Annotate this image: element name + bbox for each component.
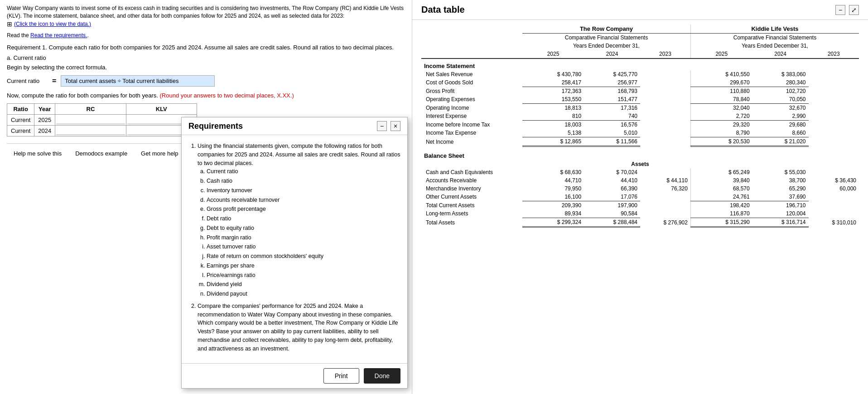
formula-equals: = [52,77,56,85]
instruction-text: Begin by selecting the correct formula. [7,64,405,71]
requirements-link[interactable]: Read the requirements. [30,32,87,39]
minimize-button[interactable]: − [835,5,845,15]
help-solve-button[interactable]: Help me solve this [14,148,62,159]
ratio-year: 2025 [34,115,55,126]
total-current-label: Total Current Assets [421,201,522,210]
data-table-title: Data table [421,5,465,15]
rc-cogs-2025: 258,417 [522,78,584,87]
klv-inv-2024: 65,290 [752,185,809,193]
modal-title: Requirements [188,122,243,131]
other-current-row: Other Current Assets 16,100 17,076 24,76… [421,193,859,201]
demodocs-button[interactable]: Demodocs example [75,148,127,159]
expand-button[interactable]: ⤢ [849,5,859,15]
rc-2024-input[interactable] [56,126,125,135]
modal-close-button[interactable]: × [391,121,400,131]
ratio-name: Current [7,126,34,136]
other-current-label: Other Current Assets [421,193,522,201]
list-item: Inventory turnover [207,186,400,195]
klv-net-sales-2024: $ 383,060 [752,70,809,78]
klv-net-sales-2023 [809,70,859,78]
klv-netinc-2023 [809,137,859,146]
klv-oca-2023 [809,193,859,201]
col-klv: KLV [126,104,197,115]
table-container: The Row Company Kiddie Life Vests Compar… [412,20,868,394]
rc-inv-2024: 66,390 [584,185,640,193]
rc-tca-2025: 209,390 [522,201,584,210]
read-requirements: Read the Read the requirements.. [7,32,405,39]
operating-income-label: Operating Income [421,104,522,112]
modal-header: Requirements − × [182,117,407,135]
rc-company-header: The Row Company [522,24,691,34]
net-income-row: Net Income $ 12,865 $ 11,566 $ 20,530 $ … [421,137,859,146]
rc-years-label: Years Ended December 31, [522,42,691,50]
list-item: Price/earnings ratio [207,271,400,280]
rc-lta-2024: 90,584 [584,209,640,218]
rc-cogs-2024: 256,977 [584,78,640,87]
klv-itax-2025: 8,790 [690,129,752,137]
income-tax-label: Income Tax Expense [421,129,522,137]
rc-year-2023: 2023 [640,50,690,58]
modal-minimize-button[interactable]: − [377,121,387,131]
klv-net-sales-2025: $ 410,550 [690,70,752,78]
klv-year-2025: 2025 [690,50,752,58]
net-income-label: Net Income [421,137,522,146]
klv-ar-2023: $ 36,430 [809,176,859,185]
klv-intexp-2025: 2,720 [690,112,752,121]
total-assets-row: Total Assets $ 299,324 $ 288,484 $ 276,9… [421,218,859,227]
rc-itax-2023 [640,129,690,137]
click-icon-link[interactable]: (Click the icon to view the data.) [14,20,91,28]
rc-2025-input[interactable] [56,116,125,124]
print-button[interactable]: Print [323,368,359,384]
rc-intexp-2024: 740 [584,112,640,121]
klv-tca-2024: 196,710 [752,201,809,210]
klv-year-2023: 2023 [809,50,859,58]
klv-ibt-2024: 29,680 [752,121,809,129]
intro-text: Water Way Company wants to invest some o… [7,5,405,29]
operating-income-row: Operating Income 18,813 17,316 32,040 32… [421,104,859,112]
done-button[interactable]: Done [364,368,400,384]
rc-ar-2023: $ 44,110 [640,176,690,185]
balance-sheet-header: Balance Sheet [421,149,859,160]
op-expenses-label: Operating Expenses [421,95,522,104]
requirement-1: Using the financial statements given, co… [198,142,400,298]
modal-footer: Print Done [182,363,407,388]
list-item: Cash ratio [207,177,400,185]
net-sales-label: Net Sales Revenue [421,70,522,78]
klv-opex-2025: 78,840 [690,95,752,104]
klv-cash-2023 [809,168,859,176]
rc-netinc-2024: $ 11,566 [584,137,640,146]
klv-ta-2024: $ 316,714 [752,218,809,227]
rc-ar-2025: 44,710 [522,176,584,185]
klv-ar-2025: 39,840 [690,176,752,185]
list-item: Debt ratio [207,214,400,223]
total-current-row: Total Current Assets 209,390 197,900 198… [421,201,859,210]
klv-inv-2023: 60,000 [809,185,859,193]
klv-opex-2023 [809,95,859,104]
rc-inv-2023: 76,320 [640,185,690,193]
list-item: Asset turnover ratio [207,243,400,251]
klv-netinc-2025: $ 20,530 [690,137,752,146]
rc-2025-input-cell [55,115,126,126]
rc-cash-2023 [640,168,690,176]
klv-opex-2024: 70,050 [752,95,809,104]
ratio-name: Current [7,115,34,126]
ratio-year: 2024 [34,126,55,136]
gross-profit-label: Gross Profit [421,87,522,96]
rc-lta-2023 [640,209,690,218]
rc-sub-header: Comparative Financial Statements [522,34,691,42]
more-help-button[interactable]: Get more help [141,148,178,159]
longterm-assets-label: Long-term Assets [421,209,522,218]
total-assets-label: Total Assets [421,218,522,227]
klv-netinc-2024: $ 21,020 [752,137,809,146]
klv-ta-2023: $ 310,010 [809,218,859,227]
rc-lta-2025: 89,934 [522,209,584,218]
col-ratio: Ratio [7,104,34,115]
list-item: Profit margin ratio [207,233,400,242]
cogs-row: Cost of Goods Sold 258,417 256,977 299,6… [421,78,859,87]
klv-itax-2023 [809,129,859,137]
klv-opinc-2023 [809,104,859,112]
gross-profit-row: Gross Profit 172,363 168,793 110,880 102… [421,87,859,96]
data-table-header: Data table − ⤢ [412,0,868,20]
klv-tca-2025: 198,420 [690,201,752,210]
op-expenses-row: Operating Expenses 153,550 151,477 78,84… [421,95,859,104]
